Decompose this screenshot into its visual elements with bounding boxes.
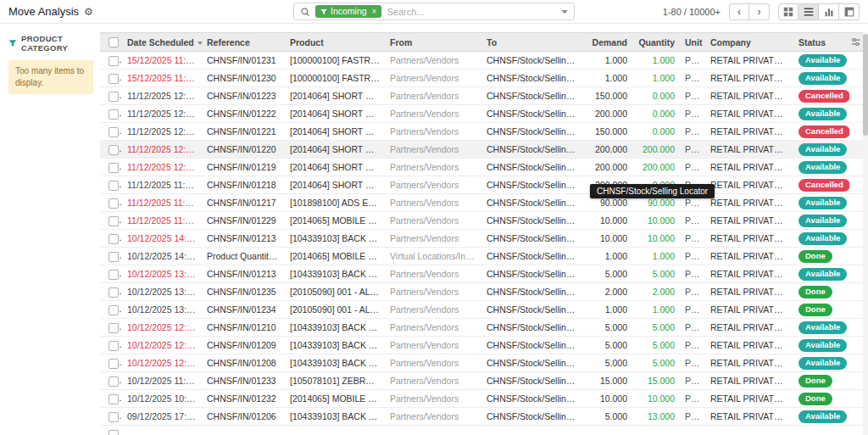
pager-next-button[interactable]: ›	[749, 3, 770, 20]
vertical-scrollbar[interactable]	[863, 32, 868, 435]
status-badge: Done	[798, 393, 832, 405]
table-row[interactable]	[100, 426, 863, 435]
cell-reference: CHNSF/IN/01220	[202, 141, 285, 159]
action-gear-icon[interactable]: ⚙	[84, 6, 93, 18]
row-checkbox[interactable]	[108, 145, 119, 155]
row-checkbox[interactable]	[108, 270, 119, 280]
table-row[interactable]: 10/12/2025 10:38:08 CHNSF/IN/01232 [2014…	[100, 390, 863, 408]
cell-to: CHNSF/Stock/Selling Locator	[481, 87, 585, 105]
row-checkbox[interactable]	[108, 163, 119, 173]
column-header-reference[interactable]: Reference	[202, 33, 285, 52]
pivot-view-icon[interactable]	[839, 3, 860, 20]
table-row[interactable]: 10/12/2025 12:45:43 CHNSF/IN/01209 [1043…	[100, 337, 863, 354]
sidebar: PRODUCT CATEGORY Too many items to displ…	[0, 24, 100, 435]
row-checkbox[interactable]	[108, 74, 119, 84]
remove-facet-icon[interactable]: ×	[372, 6, 377, 17]
cell-unit: PCS	[680, 230, 705, 248]
table-row[interactable]: 11/12/2025 12:13:19 CHNSF/IN/01220 [2014…	[100, 141, 863, 159]
column-header-product[interactable]: Product	[285, 33, 385, 52]
table-row[interactable]: 10/12/2025 13:02:08 CHNSF/IN/01234 [2010…	[100, 301, 863, 319]
table-row[interactable]: 10/12/2025 14:23:27 CHNSF/IN/01213 [1043…	[100, 230, 863, 248]
table-row[interactable]: 15/12/2025 11:21:31 CHNSF/IN/01231 [1000…	[100, 52, 863, 70]
cell-company: RETAIL PRIVATE LIMITED CHN	[705, 194, 793, 212]
list-view-icon[interactable]	[798, 3, 819, 20]
table-row[interactable]: 09/12/2025 17:26:20 CHNSF/IN/01206 [1043…	[100, 408, 863, 426]
row-checkbox[interactable]	[108, 359, 119, 369]
column-header-date-scheduled[interactable]: Date Scheduled	[122, 33, 202, 52]
row-checkbox[interactable]	[108, 305, 119, 315]
column-header-from[interactable]: From	[385, 33, 481, 52]
cell-reference	[202, 426, 285, 435]
table-row[interactable]: 10/12/2025 12:05:24 CHNSF/IN/01208 [1043…	[100, 354, 863, 372]
table-row[interactable]: 10/12/2025 13:05:29 CHNSF/IN/01213 [1043…	[100, 265, 863, 283]
table-row[interactable]: 10/12/2025 13:04:57 CHNSF/IN/01235 [2010…	[100, 283, 863, 301]
cell-to: CHNSF/Stock/Selling Locator	[481, 390, 585, 408]
row-checkbox[interactable]	[108, 394, 119, 404]
row-checkbox[interactable]	[108, 109, 119, 120]
cell-to: CHNSF/Stock/Selling Locator	[481, 105, 585, 123]
cell-demand: 200.000	[585, 105, 632, 123]
table-row[interactable]: 10/12/2025 12:46:26 CHNSF/IN/01210 [1043…	[100, 319, 863, 337]
cell-product: [104339103] BACK BAGS	[285, 265, 385, 283]
row-checkbox[interactable]	[108, 430, 119, 435]
column-options-icon[interactable]	[851, 37, 861, 47]
table-row[interactable]: 11/12/2025 12:13:41 CHNSF/IN/01221 [2014…	[100, 123, 863, 141]
scrollbar-thumb[interactable]	[863, 34, 868, 136]
column-header-demand[interactable]: Demand	[585, 33, 632, 52]
row-checkbox[interactable]	[108, 234, 119, 244]
filter-facet-incoming[interactable]: Incoming ×	[315, 5, 381, 18]
table-row[interactable]: 15/12/2025 11:20:15 CHNSF/IN/01230 [1000…	[100, 70, 863, 87]
cell-quantity: 10.000	[632, 390, 680, 408]
cell-from: Partners/Vendors	[385, 390, 481, 408]
column-header-quantity[interactable]: Quantity	[632, 33, 680, 52]
cell-demand: 10.000	[585, 390, 632, 408]
cell-date-scheduled: 15/12/2025 11:21:31	[122, 52, 202, 70]
row-checkbox[interactable]	[108, 412, 119, 422]
select-all-checkbox[interactable]	[108, 37, 119, 47]
row-checkbox[interactable]	[108, 92, 119, 102]
graph-view-icon[interactable]	[819, 3, 839, 20]
row-checkbox[interactable]	[108, 323, 119, 333]
cell-unit: PCS	[680, 87, 705, 105]
column-header-status[interactable]: Status	[793, 33, 849, 52]
table-row[interactable]: 11/12/2025 12:07:33 CHNSF/IN/01219 [2014…	[100, 159, 863, 176]
search-input[interactable]: Search...	[387, 7, 556, 17]
cell-unit: PCS	[680, 283, 705, 301]
row-checkbox[interactable]	[108, 127, 119, 137]
table-row[interactable]: 11/12/2025 11:51:57 CHNSF/IN/01217 [1018…	[100, 194, 863, 212]
column-header-company[interactable]: Company	[705, 33, 793, 52]
cell-company: RETAIL PRIVATE LIMITED CHN	[705, 87, 793, 105]
pager-prev-button[interactable]: ‹	[729, 3, 749, 20]
row-checkbox[interactable]	[108, 287, 119, 298]
table-row[interactable]: 11/12/2025 11:52:13 CHNSF/IN/01218 [2014…	[100, 176, 863, 194]
status-badge: Available	[798, 321, 847, 334]
sidebar-section-product-category[interactable]: PRODUCT CATEGORY	[8, 34, 93, 53]
table-row[interactable]: 10/12/2025 14:14:09 Product Quantity Upd…	[100, 248, 863, 265]
row-checkbox[interactable]	[108, 56, 119, 66]
cell-product: [2014065] MOBILE PHONE 3/32	[285, 212, 385, 230]
cell-date-scheduled: 10/12/2025 12:45:43	[122, 337, 202, 354]
content-area: PRODUCT CATEGORY Too many items to displ…	[0, 24, 868, 435]
column-header-to[interactable]: To	[481, 33, 585, 52]
cell-quantity: 0.000	[632, 87, 680, 105]
row-checkbox[interactable]	[108, 198, 119, 209]
table-row[interactable]: 11/12/2025 12:15:30 CHNSF/IN/01222 [2014…	[100, 105, 863, 123]
table-row[interactable]: 10/12/2025 11:42:04 CHNSF/IN/01233 [1050…	[100, 372, 863, 390]
column-header-unit[interactable]: Unit	[680, 33, 705, 52]
row-checkbox[interactable]	[108, 181, 119, 191]
cell-company: RETAIL PRIVATE LIMITED CHN	[705, 408, 793, 426]
row-checkbox[interactable]	[108, 216, 119, 226]
row-checkbox[interactable]	[108, 252, 119, 262]
search-bar[interactable]: Incoming × Search...	[293, 3, 575, 20]
table-row[interactable]: 11/12/2025 12:16:17 CHNSF/IN/01223 [2014…	[100, 87, 863, 105]
cell-company: RETAIL PRIVATE LIMITED CHN	[705, 390, 793, 408]
row-checkbox[interactable]	[108, 376, 119, 387]
row-checkbox[interactable]	[108, 341, 119, 351]
kanban-view-icon[interactable]	[778, 3, 798, 20]
cell-from: Partners/Vendors	[385, 372, 481, 390]
table-row[interactable]: 11/12/2025 11:08:42 CHNSF/IN/01229 [2014…	[100, 212, 863, 230]
cell-unit: PCS	[680, 354, 705, 372]
search-dropdown-icon[interactable]	[561, 10, 568, 14]
top-bar: Move Analysis ⚙ Incoming × Search... 1-8…	[0, 0, 868, 24]
cell-to: CHNSF/Stock/Selling Locator	[481, 194, 585, 212]
